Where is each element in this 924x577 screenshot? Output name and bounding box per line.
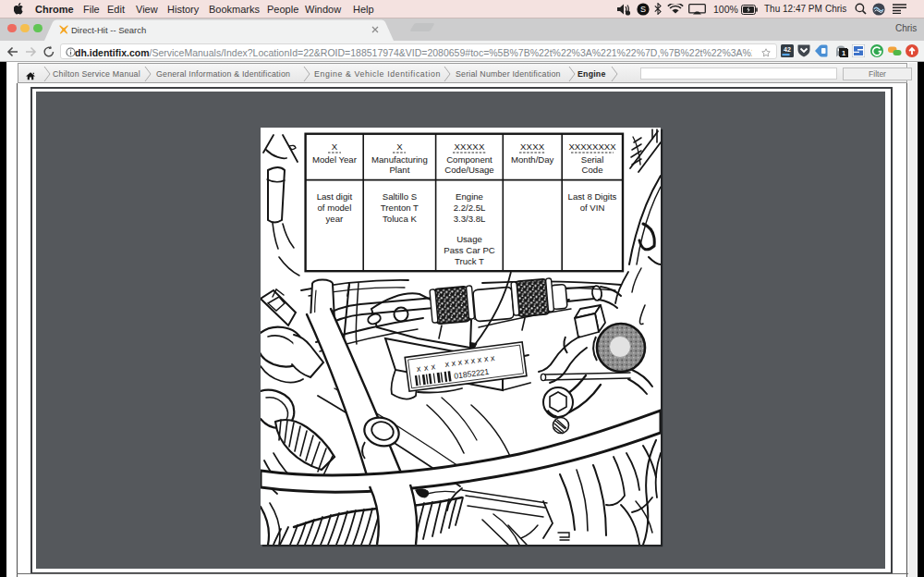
svg-text:of model: of model: [318, 203, 352, 213]
svg-text:of VIN: of VIN: [580, 203, 605, 213]
svg-text:Pass Car PC: Pass Car PC: [444, 245, 495, 255]
svg-text:Truck T: Truck T: [455, 256, 484, 266]
svg-text:Code/Usage: Code/Usage: [444, 165, 493, 175]
svg-text:Engine: Engine: [456, 191, 483, 202]
svg-text:Code: Code: [582, 165, 603, 175]
svg-text:Last 8 Digits: Last 8 Digits: [568, 191, 617, 202]
svg-text:XXXXXXXX: XXXXXXXX: [568, 141, 616, 152]
svg-text:Plant: Plant: [389, 165, 409, 175]
svg-text:X: X: [396, 141, 403, 152]
svg-text:year: year: [326, 214, 344, 224]
svg-text:XXXXX: XXXXX: [455, 141, 485, 152]
svg-text:2.2/2.5L: 2.2/2.5L: [454, 203, 486, 213]
svg-text:S: S: [640, 5, 646, 14]
svg-text:X: X: [332, 141, 338, 152]
svg-text:Toluca K: Toluca K: [383, 214, 417, 224]
svg-text:Model Year: Model Year: [312, 154, 358, 165]
svg-text:Manufacturing: Manufacturing: [371, 154, 428, 165]
svg-text:Trenton T: Trenton T: [381, 203, 419, 213]
svg-text:Usage: Usage: [456, 234, 482, 244]
svg-text:3.3/3.8L: 3.3/3.8L: [454, 214, 486, 224]
svg-text:Component: Component: [446, 154, 492, 165]
svg-text:XXXX: XXXX: [520, 141, 545, 152]
svg-text:Month/Day: Month/Day: [511, 154, 554, 165]
svg-text:Serial: Serial: [581, 154, 604, 165]
svg-text:Last digit: Last digit: [317, 191, 353, 202]
svg-text:Saltillo S: Saltillo S: [383, 191, 417, 202]
svg-text:42: 42: [784, 46, 791, 53]
